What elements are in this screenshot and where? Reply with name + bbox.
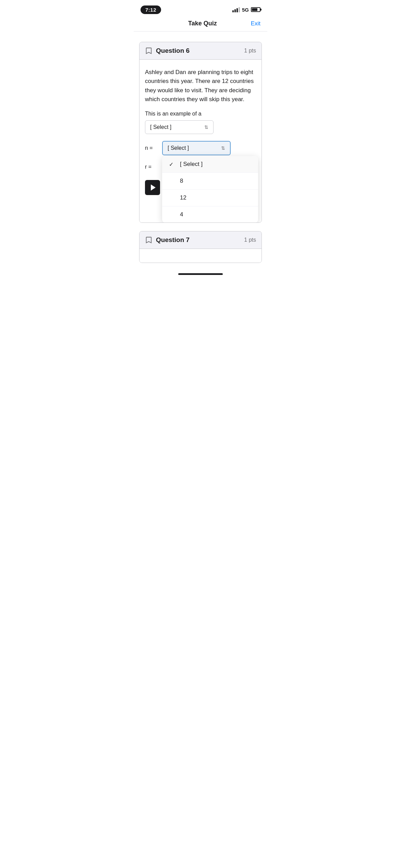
network-label: 5G bbox=[242, 7, 249, 13]
dropdown-item-select-label: [ Select ] bbox=[180, 161, 203, 168]
play-icon bbox=[151, 184, 156, 191]
status-bar: 7:12 5G bbox=[134, 0, 267, 17]
n-dropdown-menu: ✓ [ Select ] 8 12 4 bbox=[162, 156, 258, 223]
media-play-button[interactable] bbox=[145, 180, 160, 195]
question-7-card: Question 7 1 pts bbox=[139, 231, 262, 263]
first-select-box[interactable]: [ Select ] ⇅ bbox=[145, 120, 214, 134]
first-select-container: [ Select ] ⇅ bbox=[145, 120, 214, 134]
question-7-points: 1 pts bbox=[244, 237, 256, 243]
main-content: Question 6 1 pts Ashley and Dan are plan… bbox=[134, 32, 267, 270]
first-select-label: [ Select ] bbox=[150, 124, 171, 130]
bookmark-icon bbox=[145, 47, 153, 55]
checkmark-icon: ✓ bbox=[169, 161, 176, 168]
home-bar bbox=[178, 273, 223, 275]
dropdown-item-4-label: 4 bbox=[180, 211, 183, 218]
question-7-header-left: Question 7 bbox=[145, 236, 190, 244]
n-select-chevron-icon: ⇅ bbox=[221, 145, 225, 151]
exit-button[interactable]: Exit bbox=[251, 20, 260, 27]
r-label: r = bbox=[145, 164, 159, 170]
question-6-title: Question 6 bbox=[156, 47, 190, 55]
n-select-wrapper: [ Select ] ⇅ ✓ [ Select ] 8 bbox=[162, 141, 231, 155]
dropdown-item-12[interactable]: 12 bbox=[162, 190, 258, 206]
question-7-body bbox=[139, 249, 262, 263]
dropdown-item-12-label: 12 bbox=[180, 194, 186, 201]
dropdown-item-4[interactable]: 4 bbox=[162, 206, 258, 223]
question-6-header-left: Question 6 bbox=[145, 47, 190, 55]
n-label: n = bbox=[145, 145, 159, 151]
question-6-points: 1 pts bbox=[244, 48, 256, 54]
dropdown-item-8[interactable]: 8 bbox=[162, 173, 258, 190]
first-select-chevron-icon: ⇅ bbox=[204, 124, 208, 130]
n-select-label: [ Select ] bbox=[168, 145, 189, 151]
dropdown-item-select[interactable]: ✓ [ Select ] bbox=[162, 156, 258, 173]
question-6-header: Question 6 1 pts bbox=[139, 42, 262, 60]
signal-bars-icon bbox=[232, 7, 240, 12]
n-select-box[interactable]: [ Select ] ⇅ bbox=[162, 141, 231, 155]
question-6-card: Question 6 1 pts Ashley and Dan are plan… bbox=[139, 42, 262, 223]
nav-bar: Take Quiz Exit bbox=[134, 17, 267, 32]
n-row: n = [ Select ] ⇅ ✓ [ Select ] bbox=[145, 141, 256, 155]
home-indicator bbox=[134, 270, 267, 277]
dropdown-item-8-label: 8 bbox=[180, 178, 183, 184]
question-7-header: Question 7 1 pts bbox=[139, 231, 262, 249]
status-time: 7:12 bbox=[141, 5, 161, 14]
status-icons: 5G bbox=[232, 7, 260, 13]
battery-icon bbox=[251, 7, 260, 12]
question-7-title: Question 7 bbox=[156, 236, 190, 244]
nav-title: Take Quiz bbox=[188, 20, 217, 27]
bookmark-icon-q7 bbox=[145, 236, 153, 244]
question-6-sub: This is an example of a bbox=[145, 111, 256, 117]
question-6-text: Ashley and Dan are planning trips to eig… bbox=[145, 68, 256, 104]
question-6-body: Ashley and Dan are planning trips to eig… bbox=[139, 60, 262, 222]
